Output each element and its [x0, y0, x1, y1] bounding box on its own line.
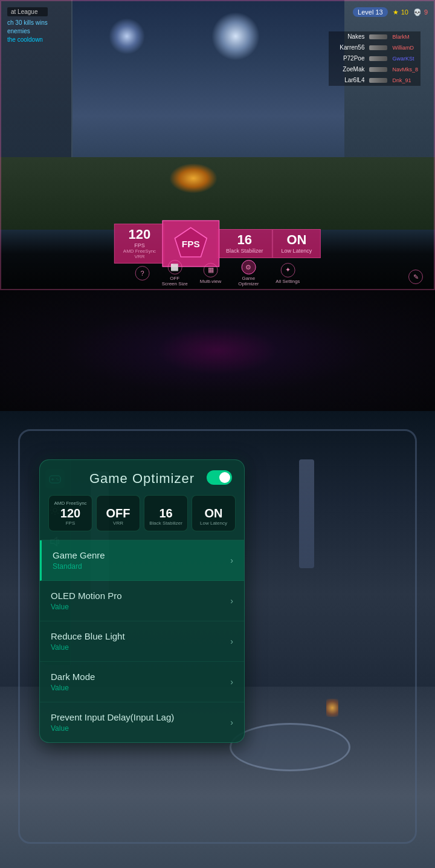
- low-latency-label: Low Latency: [282, 248, 312, 254]
- score-row: Karren56 WilliamD: [329, 42, 420, 53]
- scoreboard: Nakes BlarkM Karren56 WilliamD P72Poe Gw…: [329, 31, 420, 86]
- ll-top-label: [196, 500, 231, 506]
- menu-item-reduce-blue-light[interactable]: Reduce Blue Light Value ›: [40, 621, 244, 662]
- fps-pill-number: 120: [53, 507, 88, 519]
- streetlight-glow-1: [109, 18, 145, 54]
- multiview-item[interactable]: ▦ Multi-view: [200, 263, 222, 284]
- menu-item-rbl-content: Reduce Blue Light Value: [51, 631, 125, 652]
- vrr-pill-number: OFF: [100, 507, 136, 519]
- black-stabilizer-label: Black Stabilizer: [226, 248, 263, 254]
- gun-icon: [369, 78, 387, 83]
- muzzle-flash: [169, 163, 218, 193]
- score-row: Nakes BlarkM: [329, 31, 420, 42]
- bs-top-label: [148, 500, 184, 506]
- menu-item-prevent-input-delay[interactable]: Prevent Input Delay(Input Lag) Value ›: [40, 702, 244, 742]
- edit-button[interactable]: ✎: [408, 270, 423, 284]
- game-optimizer-icon[interactable]: ⚙: [241, 260, 256, 274]
- all-settings-item[interactable]: ✦ All Settings: [276, 263, 300, 284]
- chevron-right-icon: ›: [230, 677, 233, 687]
- toggle-knob: [219, 472, 230, 483]
- bs-pill-number: 16: [148, 507, 184, 519]
- dark-mode-title: Dark Mode: [51, 672, 95, 682]
- game-scene-top: at League ch 30 kills wins enemies the c…: [0, 0, 435, 290]
- score-row: P72Poe GwarKSt: [329, 53, 420, 64]
- freesync-top-label: AMD FreeSync: [53, 500, 88, 506]
- menu-item-game-genre-content: Game Genre Standard: [53, 550, 105, 571]
- oled-motion-title: OLED Motion Pro: [51, 591, 122, 601]
- fps-pentagon: FPS: [172, 225, 210, 262]
- stat-pill-vrr: OFF VRR: [96, 495, 140, 531]
- lantern-glow: [326, 699, 338, 717]
- hud-top-right: Level 13 ★ 10 💀 9 Nakes BlarkM Ka: [353, 7, 428, 21]
- hud-stats-bar: 120 FPS AMD FreeSync VRR FPS: [114, 222, 321, 265]
- ll-pill-number: ON: [196, 507, 231, 519]
- gun-icon: [369, 67, 387, 72]
- black-stabilizer-number: 16: [226, 233, 263, 247]
- stat-pill-fps: AMD FreeSync 120 FPS: [48, 495, 92, 531]
- score-row: Lar6lL4 Dnk_91: [329, 75, 420, 86]
- middle-gap-section: [0, 290, 435, 411]
- vrr-sub-label: VRR: [123, 254, 156, 259]
- skull-icon: 💀: [413, 8, 422, 16]
- panel-title: Game Optimizer: [89, 471, 195, 487]
- help-item[interactable]: ?: [135, 266, 150, 280]
- ground: [0, 157, 435, 230]
- level-badge: Level 13 ★ 10 💀 9: [353, 7, 428, 17]
- menu-item-dark-mode[interactable]: Dark Mode Value ›: [40, 662, 244, 702]
- bottom-game-section: Game Optimizer AMD FreeSync 120 FPS OFF …: [0, 411, 435, 868]
- low-latency-number: ON: [282, 233, 312, 247]
- multiview-label: Multi-view: [200, 279, 222, 284]
- black-stabilizer-box: 16 Black Stabilizer: [217, 229, 272, 258]
- reduce-blue-light-value: Value: [51, 643, 125, 652]
- chevron-right-icon: ›: [230, 717, 233, 727]
- hud-top-left: at League ch 30 kills wins enemies the c…: [7, 7, 48, 44]
- stats-row: AMD FreeSync 120 FPS OFF VRR 16 Black St…: [40, 495, 244, 540]
- menu-item-pid-content: Prevent Input Delay(Input Lag) Value: [51, 712, 174, 733]
- score-row: ZoeMak NavMks_8: [329, 64, 420, 75]
- stat-pill-black-stabilizer: 16 Black Stabilizer: [144, 495, 188, 531]
- menu-item-game-genre[interactable]: Game Genre Standard ›: [40, 540, 244, 581]
- game-optimizer-label: Game Optimizer: [233, 276, 263, 287]
- screen-size-icon[interactable]: ⬜: [167, 260, 182, 274]
- fps-number: 120: [123, 228, 156, 241]
- reduce-blue-light-title: Reduce Blue Light: [51, 631, 125, 641]
- game-genre-title: Game Genre: [53, 550, 105, 560]
- hud-bottom: 120 FPS AMD FreeSync VRR FPS: [0, 230, 435, 290]
- toggle-switch[interactable]: [207, 470, 232, 485]
- all-settings-label: All Settings: [276, 279, 300, 284]
- menu-item-oled-content: OLED Motion Pro Value: [51, 591, 122, 611]
- oled-motion-value: Value: [51, 603, 122, 611]
- vrr-top-label: [100, 500, 136, 506]
- optimizer-panel: Game Optimizer AMD FreeSync 120 FPS OFF …: [39, 459, 245, 743]
- waterfall-right: [299, 459, 314, 568]
- menu-item-dark-content: Dark Mode Value: [51, 672, 95, 692]
- chevron-right-icon: ›: [230, 596, 233, 606]
- hud-objective: ch 30 kills wins enemies the cooldown: [7, 19, 48, 44]
- low-latency-box: ON Low Latency: [272, 229, 321, 258]
- prevent-input-delay-title: Prevent Input Delay(Input Lag): [51, 712, 174, 722]
- game-optimizer-item[interactable]: ⚙ Game Optimizer: [233, 260, 263, 287]
- all-settings-icon[interactable]: ✦: [280, 263, 295, 277]
- menu-item-oled-motion-pro[interactable]: OLED Motion Pro Value ›: [40, 581, 244, 621]
- star-icon: ★: [393, 8, 399, 16]
- ll-pill-label: Low Latency: [196, 520, 231, 526]
- gun-icon: [369, 56, 387, 61]
- stone-circle: [230, 723, 350, 771]
- hud-deaths: 💀 9: [413, 8, 428, 16]
- screen-size-item[interactable]: ⬜ OFF Screen Size: [162, 260, 188, 287]
- bs-pill-label: Black Stabilizer: [148, 520, 184, 526]
- fps-label: FPS: [123, 242, 156, 248]
- chevron-right-icon: ›: [230, 636, 233, 646]
- panel-header: Game Optimizer: [40, 460, 244, 495]
- multiview-icon[interactable]: ▦: [204, 263, 218, 277]
- help-icon[interactable]: ?: [135, 266, 150, 280]
- freesync-label: AMD FreeSync: [123, 248, 156, 254]
- hud-points: ★ 10: [393, 8, 408, 16]
- game-genre-value: Standard: [53, 562, 105, 571]
- level-text: Level 13: [353, 7, 388, 17]
- game-name-badge: at League: [7, 7, 48, 16]
- vrr-pill-label: VRR: [100, 520, 136, 526]
- gun-icon: [369, 34, 387, 39]
- top-game-section: at League ch 30 kills wins enemies the c…: [0, 0, 435, 290]
- gun-icon: [369, 45, 387, 50]
